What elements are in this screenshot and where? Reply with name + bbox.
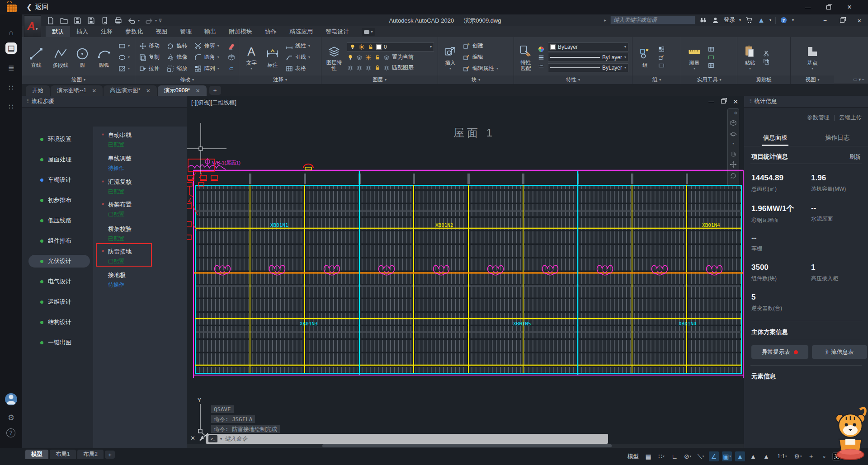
step-export[interactable]: 一键出图 <box>28 336 90 349</box>
help-icon[interactable]: ? <box>6 428 15 437</box>
draw-panel-label[interactable]: 绘图▾ <box>22 75 135 84</box>
step-env[interactable]: 环境设置 <box>28 133 90 146</box>
ribbon-tab-parametric[interactable]: 参数化 <box>119 26 149 37</box>
ribbon-tab-addins[interactable]: 附加模块 <box>222 26 259 37</box>
close-tab-icon[interactable]: ✕ <box>92 88 96 94</box>
select-window-icon[interactable] <box>708 54 714 61</box>
group-tool[interactable]: 组 <box>636 46 654 68</box>
ribbon-collapse-button[interactable]: ▭ ▾ ⌐ <box>853 77 864 82</box>
annotation-scale-icon[interactable]: ▲ <box>761 451 771 461</box>
linetype-icon[interactable] <box>538 62 544 69</box>
redo-button[interactable] <box>144 16 153 25</box>
app-logo-basket-icon[interactable] <box>6 1 18 13</box>
drawing-viewport[interactable]: [-][俯视][二维线框] — ✕ ⊗ ▾ <box>187 96 744 448</box>
cad-canvas[interactable]: XB01N1 XB01N2 XB01N4 XB01N3 XB01N5 XB01N… <box>187 96 744 448</box>
vp-close-button[interactable]: ✕ <box>733 98 738 105</box>
layers-panel-label[interactable]: 图层▾ <box>321 75 438 84</box>
app-store-cart-icon[interactable] <box>745 16 753 24</box>
substep-confluence-check[interactable]: *汇流复核 已配置 <box>102 178 132 196</box>
stack-icon[interactable]: ≣ <box>5 62 17 74</box>
layer-prev-icon[interactable] <box>365 64 372 71</box>
drag-handle-icon[interactable]: ⁞⁞ <box>750 99 751 104</box>
step-initial[interactable]: 初步排布 <box>28 194 90 207</box>
acad-close-button[interactable]: × <box>851 14 868 26</box>
command-input-bar[interactable]: >_ ▾ 键入命令 <box>206 434 608 444</box>
scale-value[interactable]: 1:1▾ <box>774 451 790 461</box>
modify-panel-label[interactable]: 修改▾ <box>135 75 239 84</box>
copy-clip-icon[interactable] <box>763 58 769 65</box>
dimension-tool[interactable]: 标注 <box>264 46 282 68</box>
polar-toggle-icon[interactable]: ⊘▾ <box>683 451 693 461</box>
layer-properties-tool[interactable]: 图层特性 <box>325 43 343 71</box>
mobile-sync-button[interactable] <box>100 16 109 25</box>
undo-button[interactable] <box>127 16 136 25</box>
process-panel-header[interactable]: ⁞⁞ 流程步骤 <box>22 96 187 108</box>
mirror-tool[interactable]: 镜像 <box>166 52 193 62</box>
pan-hand-icon[interactable] <box>730 150 737 157</box>
ribbon-tab-annotate[interactable]: 注释 <box>94 26 119 37</box>
drag-handle-icon[interactable]: ⁞⁞ <box>27 99 28 104</box>
command-close-icon[interactable]: ✕ <box>190 435 195 442</box>
set-current-icon[interactable] <box>383 54 390 61</box>
paste-tool[interactable]: 粘贴▾ <box>741 44 759 70</box>
text-tool[interactable]: A文字▾ <box>243 44 260 70</box>
tab-operation-log[interactable]: 操作日志 <box>807 128 868 146</box>
step-pv-active[interactable]: 光伏设计 <box>28 255 90 268</box>
copy-tool[interactable]: 复制 <box>139 52 165 62</box>
grid-toggle-icon[interactable]: ▦ <box>643 451 653 461</box>
orbit-icon[interactable] <box>730 172 737 179</box>
apps-grid2-icon[interactable]: ∷ <box>5 101 17 113</box>
line-tool[interactable]: 直线 <box>26 46 47 68</box>
step-structure[interactable]: 结构设计 <box>28 316 90 329</box>
quick-select-icon[interactable] <box>708 46 714 52</box>
tiger-mascot[interactable] <box>833 407 868 462</box>
calculator-icon[interactable] <box>708 62 714 69</box>
confluence-table-button[interactable]: 汇流信息表 <box>812 345 867 359</box>
navbar-close-icon[interactable]: ⊗ <box>734 111 737 115</box>
stretch-tool[interactable]: 拉伸 <box>139 64 165 74</box>
command-caret[interactable]: ▾ <box>220 437 222 441</box>
new-layout-button[interactable]: ＋ <box>105 451 115 459</box>
horizontal-scrollbar[interactable] <box>187 444 744 448</box>
viewport-controls-label[interactable]: [-][俯视][二维线框] <box>191 99 236 107</box>
step-module[interactable]: 组件排布 <box>28 235 90 247</box>
move-tool[interactable]: 移动 <box>139 41 165 51</box>
match-layer-icon[interactable] <box>383 64 390 71</box>
qat-customize-icon[interactable]: ⊽ <box>159 18 162 23</box>
workspace-gear-icon[interactable]: ⚙▾ <box>793 451 803 461</box>
substep-tray-layout[interactable]: *桥架布置 已配置 <box>102 201 132 218</box>
properties-panel-label[interactable]: 特性▾ <box>514 75 632 84</box>
erase-tool[interactable] <box>227 41 235 51</box>
snap-toggle-icon[interactable]: ∷▾ <box>656 451 666 461</box>
file-tab-start[interactable]: 开始 <box>26 85 50 96</box>
osnap-settings-icon[interactable]: ▣▾ <box>722 451 732 461</box>
match-layer-label[interactable]: 匹配图层 <box>392 64 414 71</box>
layer-match-icon[interactable] <box>356 64 363 71</box>
scale-tool[interactable]: 缩放 <box>166 64 193 74</box>
apps-grid-icon[interactable]: ∷ <box>5 82 17 94</box>
ribbon-media-button[interactable]: ▾ <box>362 28 375 36</box>
view-panel-label[interactable]: 视图▾ <box>791 75 834 84</box>
signin-person-icon[interactable] <box>712 16 720 24</box>
explode-tool[interactable] <box>227 52 235 62</box>
step-lv[interactable]: 低压线路 <box>28 214 90 227</box>
block-panel-label[interactable]: 块▾ <box>438 75 514 84</box>
ribbon-tab-smart-electric[interactable]: 智电设计 <box>319 26 355 37</box>
layer-walk-icon[interactable] <box>347 64 354 71</box>
table-tool[interactable]: 表格 <box>285 64 310 74</box>
save-as-button[interactable] <box>86 16 95 25</box>
layer-dropdown[interactable]: 0 ▾ <box>347 42 434 52</box>
signin-caret[interactable]: ▾ <box>739 18 741 22</box>
minimize-button[interactable]: — <box>797 0 818 14</box>
step-electric[interactable]: 电气设计 <box>28 275 90 288</box>
acad-application-button[interactable]: A▾ <box>24 15 41 37</box>
annotate-panel-label[interactable]: 注释▾ <box>239 75 321 84</box>
ribbon-tab-featured[interactable]: 精选应用 <box>283 26 319 37</box>
ribbon-tab-default[interactable]: 默认 <box>46 26 70 37</box>
substep-tray-verify[interactable]: 桥架校验 已配置 <box>102 225 132 243</box>
user-avatar[interactable] <box>5 393 17 405</box>
close-tab-icon[interactable]: ✕ <box>195 88 200 94</box>
arc-tool[interactable]: 圆弧 <box>94 46 114 68</box>
rectangle-tool[interactable]: ▾ <box>118 41 130 51</box>
edit-attr-tool[interactable]: 编辑属性▾ <box>462 64 498 74</box>
